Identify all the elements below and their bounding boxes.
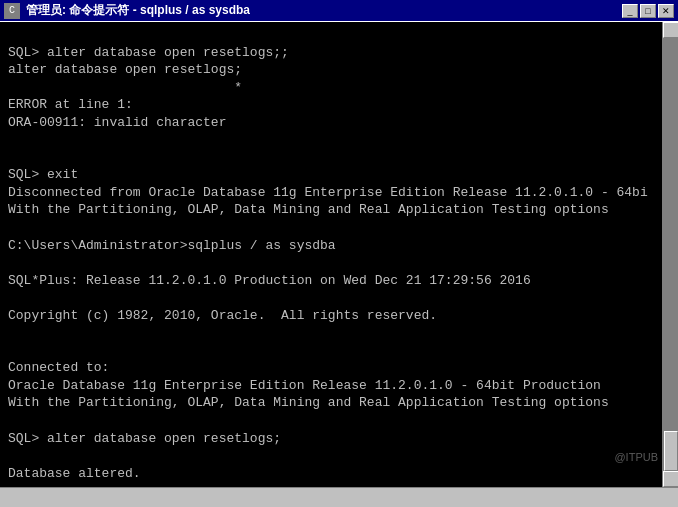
terminal-line [8, 342, 670, 360]
terminal-line: With the Partitioning, OLAP, Data Mining… [8, 201, 670, 219]
minimize-button[interactable]: _ [622, 4, 638, 18]
scrollbar[interactable]: ▲ ▼ [662, 22, 678, 487]
terminal-line [8, 254, 670, 272]
maximize-button[interactable]: □ [640, 4, 656, 18]
window-title: 管理员: 命令提示符 - sqlplus / as sysdba [26, 2, 250, 19]
scroll-thumb[interactable] [664, 431, 678, 471]
window-icon: C [4, 3, 20, 19]
terminal-line: Oracle Database 11g Enterprise Edition R… [8, 377, 670, 395]
terminal-line: SQL> alter database open resetlogs; [8, 430, 670, 448]
terminal-line: With the Partitioning, OLAP, Data Mining… [8, 394, 670, 412]
terminal-line [8, 289, 670, 307]
terminal-line: Connected to: [8, 359, 670, 377]
terminal-line: Disconnected from Oracle Database 11g En… [8, 184, 670, 202]
terminal-line: SQL> exit [8, 166, 670, 184]
terminal-line: Database altered. [8, 465, 670, 483]
status-bar [0, 487, 678, 507]
terminal-line: C:\Users\Administrator>sqlplus / as sysd… [8, 237, 670, 255]
terminal-line: ORA-00911: invalid character [8, 114, 670, 132]
terminal-line [8, 219, 670, 237]
terminal-line: * [8, 79, 670, 97]
watermark: @ITPUB [614, 451, 658, 463]
terminal-line [8, 412, 670, 430]
terminal-line: alter database open resetlogs; [8, 61, 670, 79]
scroll-track [663, 38, 678, 471]
terminal-line [8, 324, 670, 342]
terminal-area[interactable]: SQL> alter database open resetlogs;;alte… [0, 22, 678, 487]
terminal-output: SQL> alter database open resetlogs;;alte… [8, 26, 670, 487]
terminal-line [8, 447, 670, 465]
terminal-line: Copyright (c) 1982, 2010, Oracle. All ri… [8, 307, 670, 325]
terminal-line: SQL> alter database open resetlogs;; [8, 44, 670, 62]
terminal-line: SQL*Plus: Release 11.2.0.1.0 Production … [8, 272, 670, 290]
title-bar-left: C 管理员: 命令提示符 - sqlplus / as sysdba [4, 2, 250, 19]
terminal-line [8, 26, 670, 44]
terminal-line: ERROR at line 1: [8, 96, 670, 114]
title-bar: C 管理员: 命令提示符 - sqlplus / as sysdba _ □ ✕ [0, 0, 678, 22]
title-buttons: _ □ ✕ [622, 4, 674, 18]
close-button[interactable]: ✕ [658, 4, 674, 18]
window: C 管理员: 命令提示符 - sqlplus / as sysdba _ □ ✕… [0, 0, 678, 507]
terminal-line [8, 131, 670, 149]
scroll-down-button[interactable]: ▼ [663, 471, 679, 487]
terminal-line [8, 482, 670, 487]
terminal-line [8, 149, 670, 167]
scroll-up-button[interactable]: ▲ [663, 22, 679, 38]
